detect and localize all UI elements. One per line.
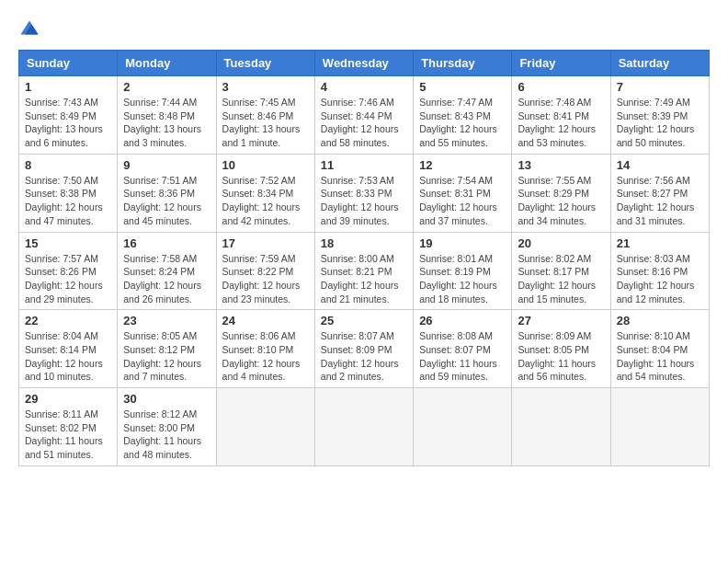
day-info: Sunrise: 7:51 AM Sunset: 8:36 PM Dayligh…: [123, 174, 210, 228]
day-number: 10: [222, 158, 309, 172]
day-info: Sunrise: 7:56 AM Sunset: 8:27 PM Dayligh…: [617, 174, 703, 228]
day-header-sunday: Sunday: [19, 51, 118, 76]
calendar-cell: 21 Sunrise: 8:03 AM Sunset: 8:16 PM Dayl…: [610, 232, 709, 310]
day-info: Sunrise: 7:46 AM Sunset: 8:44 PM Dayligh…: [321, 96, 407, 150]
day-info: Sunrise: 7:44 AM Sunset: 8:48 PM Dayligh…: [123, 96, 210, 150]
calendar-cell: 20 Sunrise: 8:02 AM Sunset: 8:17 PM Dayl…: [512, 232, 610, 310]
logo: [18, 18, 44, 40]
calendar-cell: 14 Sunrise: 7:56 AM Sunset: 8:27 PM Dayl…: [610, 154, 709, 232]
day-info: Sunrise: 8:10 AM Sunset: 8:04 PM Dayligh…: [617, 329, 703, 384]
logo-icon: [18, 18, 40, 40]
day-number: 2: [123, 80, 210, 94]
day-info: Sunrise: 8:12 AM Sunset: 8:00 PM Dayligh…: [123, 408, 210, 462]
calendar-cell: [314, 388, 413, 466]
day-info: Sunrise: 7:57 AM Sunset: 8:26 PM Dayligh…: [25, 252, 111, 306]
day-number: 21: [617, 236, 703, 250]
calendar-cell: 22 Sunrise: 8:04 AM Sunset: 8:14 PM Dayl…: [19, 310, 118, 388]
day-info: Sunrise: 8:07 AM Sunset: 8:09 PM Dayligh…: [321, 329, 407, 384]
day-number: 27: [518, 314, 604, 327]
calendar-cell: 24 Sunrise: 8:06 AM Sunset: 8:10 PM Dayl…: [216, 310, 314, 388]
day-header-monday: Monday: [118, 51, 216, 76]
day-info: Sunrise: 7:49 AM Sunset: 8:39 PM Dayligh…: [617, 96, 703, 150]
day-number: 11: [321, 158, 407, 172]
day-number: 1: [25, 80, 111, 94]
day-number: 15: [25, 236, 111, 250]
calendar-cell: [414, 388, 512, 466]
calendar-cell: 13 Sunrise: 7:55 AM Sunset: 8:29 PM Dayl…: [512, 154, 610, 232]
calendar-cell: 8 Sunrise: 7:50 AM Sunset: 8:38 PM Dayli…: [19, 154, 118, 232]
day-number: 13: [518, 158, 604, 172]
day-info: Sunrise: 8:11 AM Sunset: 8:02 PM Dayligh…: [25, 408, 111, 462]
day-header-tuesday: Tuesday: [216, 51, 314, 76]
day-number: 12: [419, 158, 506, 172]
calendar-cell: 16 Sunrise: 7:58 AM Sunset: 8:24 PM Dayl…: [118, 232, 216, 310]
calendar-cell: 12 Sunrise: 7:54 AM Sunset: 8:31 PM Dayl…: [414, 154, 512, 232]
day-info: Sunrise: 8:01 AM Sunset: 8:19 PM Dayligh…: [419, 252, 506, 306]
calendar-cell: 18 Sunrise: 8:00 AM Sunset: 8:21 PM Dayl…: [314, 232, 413, 310]
day-info: Sunrise: 7:47 AM Sunset: 8:43 PM Dayligh…: [419, 96, 506, 150]
day-info: Sunrise: 8:03 AM Sunset: 8:16 PM Dayligh…: [617, 252, 703, 306]
page-header: [18, 18, 710, 40]
day-number: 24: [222, 314, 309, 327]
day-number: 29: [25, 392, 111, 406]
calendar-table: SundayMondayTuesdayWednesdayThursdayFrid…: [18, 50, 710, 466]
day-number: 4: [321, 80, 407, 94]
calendar-cell: 29 Sunrise: 8:11 AM Sunset: 8:02 PM Dayl…: [19, 388, 118, 466]
calendar-week-5: 29 Sunrise: 8:11 AM Sunset: 8:02 PM Dayl…: [19, 388, 710, 466]
day-info: Sunrise: 7:55 AM Sunset: 8:29 PM Dayligh…: [518, 174, 604, 228]
calendar-cell: [216, 388, 314, 466]
calendar-cell: 15 Sunrise: 7:57 AM Sunset: 8:26 PM Dayl…: [19, 232, 118, 310]
calendar-cell: [512, 388, 610, 466]
calendar-cell: 17 Sunrise: 7:59 AM Sunset: 8:22 PM Dayl…: [216, 232, 314, 310]
day-info: Sunrise: 8:06 AM Sunset: 8:10 PM Dayligh…: [222, 329, 309, 384]
calendar-cell: 1 Sunrise: 7:43 AM Sunset: 8:49 PM Dayli…: [19, 76, 118, 155]
calendar-cell: 19 Sunrise: 8:01 AM Sunset: 8:19 PM Dayl…: [414, 232, 512, 310]
day-number: 20: [518, 236, 604, 250]
day-info: Sunrise: 7:58 AM Sunset: 8:24 PM Dayligh…: [123, 252, 210, 306]
calendar-cell: 3 Sunrise: 7:45 AM Sunset: 8:46 PM Dayli…: [216, 76, 314, 155]
day-header-wednesday: Wednesday: [314, 51, 413, 76]
day-number: 26: [419, 314, 506, 327]
calendar-cell: 28 Sunrise: 8:10 AM Sunset: 8:04 PM Dayl…: [610, 310, 709, 388]
day-info: Sunrise: 7:45 AM Sunset: 8:46 PM Dayligh…: [222, 96, 309, 150]
calendar-cell: 27 Sunrise: 8:09 AM Sunset: 8:05 PM Dayl…: [512, 310, 610, 388]
day-info: Sunrise: 7:52 AM Sunset: 8:34 PM Dayligh…: [222, 174, 309, 228]
calendar-cell: 23 Sunrise: 8:05 AM Sunset: 8:12 PM Dayl…: [118, 310, 216, 388]
day-number: 28: [617, 314, 703, 327]
calendar-cell: 10 Sunrise: 7:52 AM Sunset: 8:34 PM Dayl…: [216, 154, 314, 232]
day-info: Sunrise: 7:50 AM Sunset: 8:38 PM Dayligh…: [25, 174, 111, 228]
day-number: 23: [123, 314, 210, 327]
day-info: Sunrise: 8:08 AM Sunset: 8:07 PM Dayligh…: [419, 329, 506, 384]
day-number: 9: [123, 158, 210, 172]
calendar-cell: 9 Sunrise: 7:51 AM Sunset: 8:36 PM Dayli…: [118, 154, 216, 232]
calendar-cell: 7 Sunrise: 7:49 AM Sunset: 8:39 PM Dayli…: [610, 76, 709, 155]
day-info: Sunrise: 7:48 AM Sunset: 8:41 PM Dayligh…: [518, 96, 604, 150]
day-info: Sunrise: 8:02 AM Sunset: 8:17 PM Dayligh…: [518, 252, 604, 306]
day-info: Sunrise: 7:54 AM Sunset: 8:31 PM Dayligh…: [419, 174, 506, 228]
day-number: 6: [518, 80, 604, 94]
day-number: 19: [419, 236, 506, 250]
day-number: 3: [222, 80, 309, 94]
day-header-thursday: Thursday: [414, 51, 512, 76]
calendar-cell: 25 Sunrise: 8:07 AM Sunset: 8:09 PM Dayl…: [314, 310, 413, 388]
calendar-cell: 6 Sunrise: 7:48 AM Sunset: 8:41 PM Dayli…: [512, 76, 610, 155]
day-info: Sunrise: 7:53 AM Sunset: 8:33 PM Dayligh…: [321, 174, 407, 228]
day-number: 18: [321, 236, 407, 250]
day-number: 22: [25, 314, 111, 327]
day-info: Sunrise: 7:59 AM Sunset: 8:22 PM Dayligh…: [222, 252, 309, 306]
calendar-header-row: SundayMondayTuesdayWednesdayThursdayFrid…: [19, 51, 710, 76]
calendar-cell: 11 Sunrise: 7:53 AM Sunset: 8:33 PM Dayl…: [314, 154, 413, 232]
day-info: Sunrise: 8:00 AM Sunset: 8:21 PM Dayligh…: [321, 252, 407, 306]
day-header-saturday: Saturday: [610, 51, 709, 76]
calendar-cell: 5 Sunrise: 7:47 AM Sunset: 8:43 PM Dayli…: [414, 76, 512, 155]
calendar-cell: 2 Sunrise: 7:44 AM Sunset: 8:48 PM Dayli…: [118, 76, 216, 155]
day-header-friday: Friday: [512, 51, 610, 76]
day-info: Sunrise: 7:43 AM Sunset: 8:49 PM Dayligh…: [25, 96, 111, 150]
calendar-cell: 26 Sunrise: 8:08 AM Sunset: 8:07 PM Dayl…: [414, 310, 512, 388]
day-number: 17: [222, 236, 309, 250]
calendar-week-3: 15 Sunrise: 7:57 AM Sunset: 8:26 PM Dayl…: [19, 232, 710, 310]
day-number: 14: [617, 158, 703, 172]
day-number: 5: [419, 80, 506, 94]
day-number: 16: [123, 236, 210, 250]
day-number: 30: [123, 392, 210, 406]
